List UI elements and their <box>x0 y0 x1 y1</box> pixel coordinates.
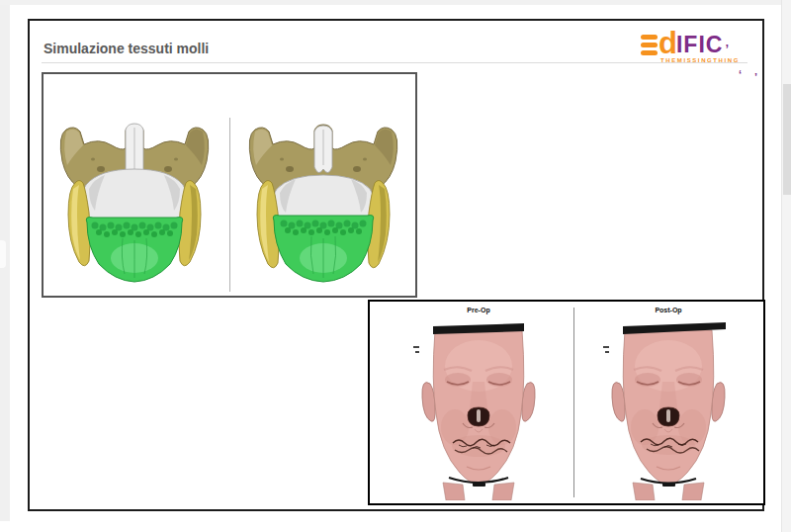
edific-logo: d IFIC ’ THEMISSINGTHING ‘ ’ <box>641 28 765 85</box>
slide-page: Simulazione tessuti molli d IFIC ’ THEMI… <box>28 19 764 511</box>
post-op-label: Post-Op <box>603 307 734 313</box>
window-top-strip <box>0 0 791 5</box>
skull-simulation-panel <box>42 72 417 298</box>
face-render-pre <box>413 316 544 500</box>
page-title: Simulazione tessuti molli <box>44 41 209 56</box>
pre-op-label: Pre-Op <box>413 307 544 313</box>
skull-render-pre <box>49 120 220 290</box>
quote-mark-icon: ‘ <box>739 68 742 80</box>
quote-mark-icon: ’ <box>725 43 729 55</box>
edific-e-icon <box>641 32 658 55</box>
skull-panel-divider <box>229 118 230 292</box>
edific-tagline: THEMISSINGTHING <box>660 57 765 63</box>
window-left-strip <box>0 5 10 521</box>
soft-tissue-panel: Pre-Op Post-Op <box>368 300 765 505</box>
edific-letter-d: d <box>659 31 676 55</box>
quote-mark-icon: ’ <box>754 71 757 83</box>
face-render-post <box>603 316 734 500</box>
skull-render-post <box>238 120 408 290</box>
left-panel-handle <box>0 240 6 268</box>
scrollbar-thumb[interactable] <box>783 84 791 195</box>
edific-letters-ific: IFIC <box>676 35 723 55</box>
face-panel-divider <box>573 308 574 497</box>
edific-wordmark: d IFIC ’ <box>641 28 765 55</box>
vertical-scrollbar[interactable] <box>781 0 791 532</box>
